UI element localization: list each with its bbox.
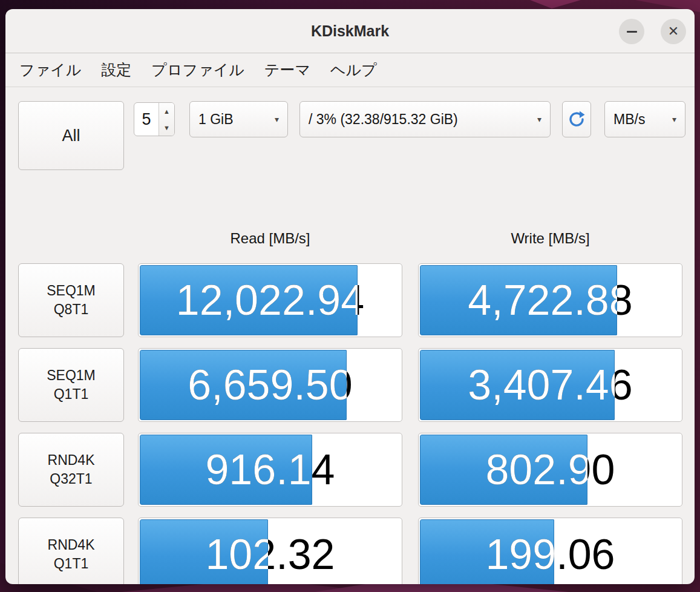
- unit-dropdown[interactable]: MB/s ▾: [604, 101, 685, 137]
- window-title: KDiskMark: [311, 22, 389, 40]
- test-button-seq1m-q1t1[interactable]: SEQ1MQ1T1: [18, 348, 124, 422]
- menu-file[interactable]: ファイル: [18, 59, 82, 81]
- write-result-bar: 3,407.46 3,407.46: [418, 348, 682, 422]
- chevron-down-icon: ▾: [665, 114, 676, 124]
- desktop-wallpaper: KDiskMark ✕ ファイル 設定 プロファイル テーマ ヘルプ All 5: [0, 0, 700, 592]
- spin-up-icon[interactable]: ▲: [159, 103, 174, 119]
- close-icon: ✕: [668, 25, 679, 38]
- wallpaper-shape: [508, 0, 581, 8]
- write-result-bar: 802.90 802.90: [418, 433, 682, 507]
- menu-help[interactable]: ヘルプ: [329, 59, 378, 81]
- kdiskmark-window: KDiskMark ✕ ファイル 設定 プロファイル テーマ ヘルプ All 5: [5, 9, 695, 584]
- refresh-drives-button[interactable]: [562, 101, 591, 137]
- menu-profile[interactable]: プロファイル: [150, 59, 246, 81]
- close-button[interactable]: ✕: [661, 19, 686, 44]
- menu-bar: ファイル 設定 プロファイル テーマ ヘルプ: [5, 53, 695, 87]
- spin-down-icon[interactable]: ▼: [159, 119, 174, 136]
- window-controls: ✕: [619, 19, 686, 44]
- test-button-rnd4k-q1t1[interactable]: RND4KQ1T1: [18, 518, 124, 584]
- write-result-bar: 4,722.88 4,722.88: [418, 263, 682, 337]
- drive-dropdown[interactable]: / 3% (32.38/915.32 GiB) ▾: [299, 101, 551, 137]
- menu-settings[interactable]: 設定: [100, 59, 132, 81]
- test-size-dropdown[interactable]: 1 GiB ▾: [189, 101, 288, 137]
- test-button-rnd4k-q32t1[interactable]: RND4KQ32T1: [18, 433, 124, 507]
- minimize-button[interactable]: [619, 19, 644, 44]
- read-result-bar: 102.32 102.32: [138, 518, 402, 584]
- loop-count-spinner[interactable]: 5 ▲ ▼: [134, 102, 175, 136]
- test-button-seq1m-q8t1[interactable]: SEQ1MQ8T1: [18, 263, 124, 337]
- chevron-down-icon: ▾: [530, 114, 541, 124]
- drive-value: / 3% (32.38/915.32 GiB): [309, 111, 458, 128]
- test-size-value: 1 GiB: [198, 111, 234, 128]
- refresh-icon: [568, 110, 586, 128]
- read-result-bar: 6,659.50 6,659.50: [138, 348, 402, 422]
- main-area: All 5 ▲ ▼ 1 GiB ▾ / 3% (32.38/915.32 GiB…: [5, 87, 695, 583]
- write-result-bar: 199.06 199.06: [418, 518, 682, 584]
- read-column-header: Read [MB/s]: [138, 230, 402, 247]
- write-column-header: Write [MB/s]: [418, 230, 682, 247]
- loop-count-value: 5: [134, 103, 159, 136]
- titlebar[interactable]: KDiskMark ✕: [5, 9, 695, 53]
- menu-theme[interactable]: テーマ: [263, 59, 312, 81]
- minimize-icon: [627, 31, 637, 33]
- chevron-down-icon: ▾: [267, 114, 279, 124]
- read-result-bar: 12,022.94 12,022.94: [138, 263, 402, 337]
- spinner-arrows: ▲ ▼: [159, 103, 174, 136]
- read-result-bar: 916.14 916.14: [138, 433, 402, 507]
- unit-value: MB/s: [613, 111, 645, 128]
- run-all-button[interactable]: All: [18, 101, 124, 170]
